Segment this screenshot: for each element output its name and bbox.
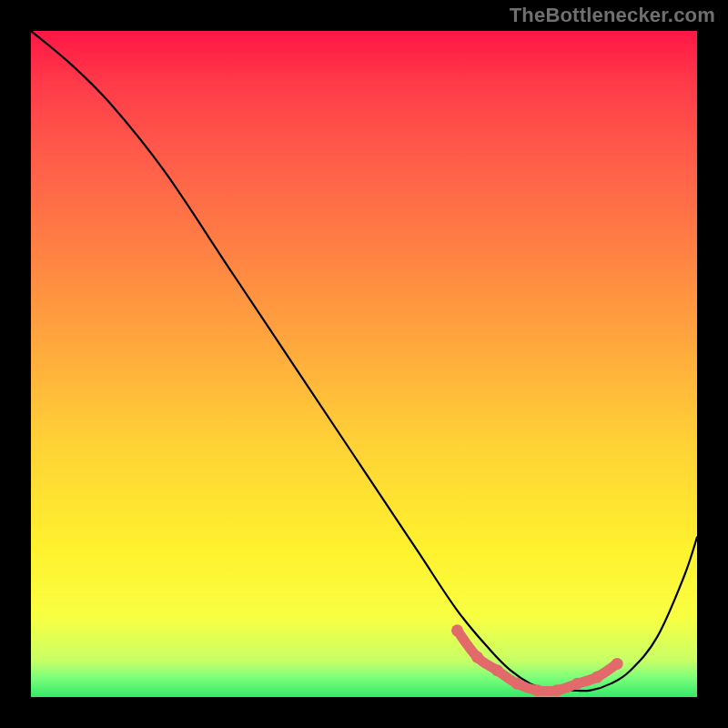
optimal-range-dot bbox=[511, 678, 523, 690]
optimal-range-dot bbox=[592, 672, 603, 683]
optimal-range-dot bbox=[551, 684, 563, 696]
optimal-range-dot bbox=[491, 664, 503, 676]
optimal-range-dot bbox=[571, 678, 583, 690]
curve-layer bbox=[31, 31, 697, 697]
watermark-text: TheBottlenecker.com bbox=[510, 4, 715, 27]
optimal-range-dot bbox=[451, 624, 463, 636]
optimal-range-dot bbox=[531, 684, 543, 696]
bottleneck-curve bbox=[31, 31, 697, 691]
optimal-range-dot bbox=[471, 652, 483, 663]
chart-container: TheBottlenecker.com bbox=[0, 0, 728, 728]
optimal-range-dot bbox=[612, 658, 623, 670]
plot-area bbox=[31, 31, 697, 697]
